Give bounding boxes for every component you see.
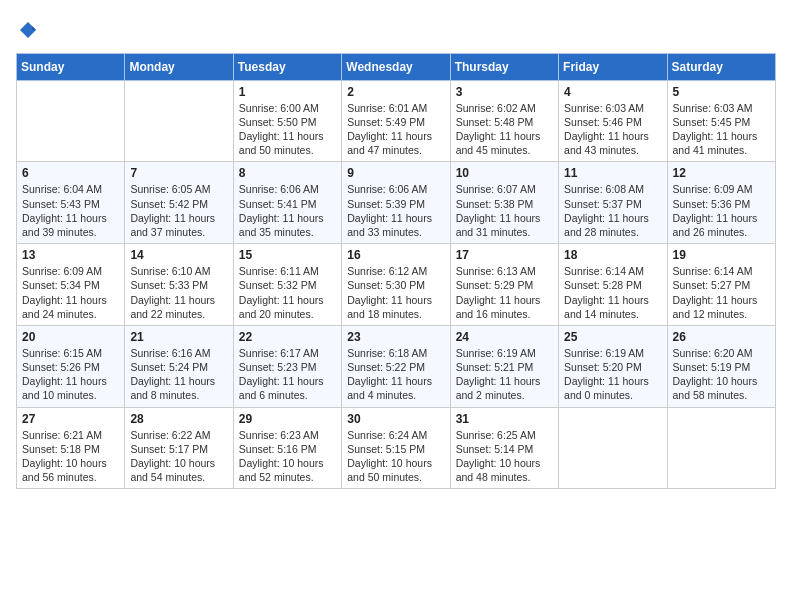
- day-number: 2: [347, 85, 444, 99]
- day-number: 15: [239, 248, 336, 262]
- day-number: 30: [347, 412, 444, 426]
- calendar-cell: 7Sunrise: 6:05 AM Sunset: 5:42 PM Daylig…: [125, 162, 233, 244]
- header-thursday: Thursday: [450, 53, 558, 80]
- day-info: Sunrise: 6:02 AM Sunset: 5:48 PM Dayligh…: [456, 101, 553, 158]
- calendar-week-3: 13Sunrise: 6:09 AM Sunset: 5:34 PM Dayli…: [17, 244, 776, 326]
- day-info: Sunrise: 6:19 AM Sunset: 5:21 PM Dayligh…: [456, 346, 553, 403]
- calendar-week-4: 20Sunrise: 6:15 AM Sunset: 5:26 PM Dayli…: [17, 325, 776, 407]
- calendar-cell: 11Sunrise: 6:08 AM Sunset: 5:37 PM Dayli…: [559, 162, 667, 244]
- calendar-cell: 28Sunrise: 6:22 AM Sunset: 5:17 PM Dayli…: [125, 407, 233, 489]
- day-number: 21: [130, 330, 227, 344]
- calendar-cell: 4Sunrise: 6:03 AM Sunset: 5:46 PM Daylig…: [559, 80, 667, 162]
- day-info: Sunrise: 6:10 AM Sunset: 5:33 PM Dayligh…: [130, 264, 227, 321]
- calendar-cell: 1Sunrise: 6:00 AM Sunset: 5:50 PM Daylig…: [233, 80, 341, 162]
- day-info: Sunrise: 6:11 AM Sunset: 5:32 PM Dayligh…: [239, 264, 336, 321]
- calendar-cell: [17, 80, 125, 162]
- day-info: Sunrise: 6:09 AM Sunset: 5:34 PM Dayligh…: [22, 264, 119, 321]
- day-number: 4: [564, 85, 661, 99]
- day-info: Sunrise: 6:03 AM Sunset: 5:46 PM Dayligh…: [564, 101, 661, 158]
- day-info: Sunrise: 6:18 AM Sunset: 5:22 PM Dayligh…: [347, 346, 444, 403]
- calendar-cell: 30Sunrise: 6:24 AM Sunset: 5:15 PM Dayli…: [342, 407, 450, 489]
- day-info: Sunrise: 6:03 AM Sunset: 5:45 PM Dayligh…: [673, 101, 770, 158]
- day-info: Sunrise: 6:16 AM Sunset: 5:24 PM Dayligh…: [130, 346, 227, 403]
- calendar-cell: 16Sunrise: 6:12 AM Sunset: 5:30 PM Dayli…: [342, 244, 450, 326]
- calendar-cell: 13Sunrise: 6:09 AM Sunset: 5:34 PM Dayli…: [17, 244, 125, 326]
- day-info: Sunrise: 6:25 AM Sunset: 5:14 PM Dayligh…: [456, 428, 553, 485]
- calendar-cell: [667, 407, 775, 489]
- day-number: 28: [130, 412, 227, 426]
- day-info: Sunrise: 6:24 AM Sunset: 5:15 PM Dayligh…: [347, 428, 444, 485]
- day-number: 13: [22, 248, 119, 262]
- header-monday: Monday: [125, 53, 233, 80]
- day-number: 17: [456, 248, 553, 262]
- logo: [16, 20, 38, 45]
- day-number: 5: [673, 85, 770, 99]
- header-saturday: Saturday: [667, 53, 775, 80]
- day-number: 9: [347, 166, 444, 180]
- calendar-cell: 18Sunrise: 6:14 AM Sunset: 5:28 PM Dayli…: [559, 244, 667, 326]
- page-header: [16, 16, 776, 45]
- calendar-cell: 24Sunrise: 6:19 AM Sunset: 5:21 PM Dayli…: [450, 325, 558, 407]
- day-number: 27: [22, 412, 119, 426]
- day-number: 7: [130, 166, 227, 180]
- calendar-cell: 3Sunrise: 6:02 AM Sunset: 5:48 PM Daylig…: [450, 80, 558, 162]
- calendar-cell: 14Sunrise: 6:10 AM Sunset: 5:33 PM Dayli…: [125, 244, 233, 326]
- day-info: Sunrise: 6:00 AM Sunset: 5:50 PM Dayligh…: [239, 101, 336, 158]
- calendar-cell: 19Sunrise: 6:14 AM Sunset: 5:27 PM Dayli…: [667, 244, 775, 326]
- header-sunday: Sunday: [17, 53, 125, 80]
- day-number: 12: [673, 166, 770, 180]
- calendar-cell: 6Sunrise: 6:04 AM Sunset: 5:43 PM Daylig…: [17, 162, 125, 244]
- calendar-cell: [559, 407, 667, 489]
- day-info: Sunrise: 6:14 AM Sunset: 5:27 PM Dayligh…: [673, 264, 770, 321]
- calendar-cell: 22Sunrise: 6:17 AM Sunset: 5:23 PM Dayli…: [233, 325, 341, 407]
- day-number: 19: [673, 248, 770, 262]
- day-number: 23: [347, 330, 444, 344]
- logo-icon: [18, 20, 38, 40]
- day-number: 11: [564, 166, 661, 180]
- day-info: Sunrise: 6:15 AM Sunset: 5:26 PM Dayligh…: [22, 346, 119, 403]
- day-number: 29: [239, 412, 336, 426]
- day-info: Sunrise: 6:19 AM Sunset: 5:20 PM Dayligh…: [564, 346, 661, 403]
- day-info: Sunrise: 6:20 AM Sunset: 5:19 PM Dayligh…: [673, 346, 770, 403]
- calendar-cell: 20Sunrise: 6:15 AM Sunset: 5:26 PM Dayli…: [17, 325, 125, 407]
- calendar-cell: 17Sunrise: 6:13 AM Sunset: 5:29 PM Dayli…: [450, 244, 558, 326]
- day-number: 18: [564, 248, 661, 262]
- header-tuesday: Tuesday: [233, 53, 341, 80]
- header-friday: Friday: [559, 53, 667, 80]
- day-info: Sunrise: 6:12 AM Sunset: 5:30 PM Dayligh…: [347, 264, 444, 321]
- day-number: 31: [456, 412, 553, 426]
- day-number: 3: [456, 85, 553, 99]
- day-number: 16: [347, 248, 444, 262]
- calendar-cell: 10Sunrise: 6:07 AM Sunset: 5:38 PM Dayli…: [450, 162, 558, 244]
- calendar-cell: 5Sunrise: 6:03 AM Sunset: 5:45 PM Daylig…: [667, 80, 775, 162]
- day-info: Sunrise: 6:06 AM Sunset: 5:39 PM Dayligh…: [347, 182, 444, 239]
- day-number: 24: [456, 330, 553, 344]
- day-number: 1: [239, 85, 336, 99]
- calendar-cell: 21Sunrise: 6:16 AM Sunset: 5:24 PM Dayli…: [125, 325, 233, 407]
- day-info: Sunrise: 6:23 AM Sunset: 5:16 PM Dayligh…: [239, 428, 336, 485]
- day-info: Sunrise: 6:04 AM Sunset: 5:43 PM Dayligh…: [22, 182, 119, 239]
- day-info: Sunrise: 6:17 AM Sunset: 5:23 PM Dayligh…: [239, 346, 336, 403]
- calendar-cell: 12Sunrise: 6:09 AM Sunset: 5:36 PM Dayli…: [667, 162, 775, 244]
- day-info: Sunrise: 6:13 AM Sunset: 5:29 PM Dayligh…: [456, 264, 553, 321]
- day-info: Sunrise: 6:01 AM Sunset: 5:49 PM Dayligh…: [347, 101, 444, 158]
- calendar-cell: 23Sunrise: 6:18 AM Sunset: 5:22 PM Dayli…: [342, 325, 450, 407]
- calendar-cell: 8Sunrise: 6:06 AM Sunset: 5:41 PM Daylig…: [233, 162, 341, 244]
- day-number: 6: [22, 166, 119, 180]
- calendar-cell: 9Sunrise: 6:06 AM Sunset: 5:39 PM Daylig…: [342, 162, 450, 244]
- header-wednesday: Wednesday: [342, 53, 450, 80]
- day-number: 22: [239, 330, 336, 344]
- day-number: 25: [564, 330, 661, 344]
- day-info: Sunrise: 6:22 AM Sunset: 5:17 PM Dayligh…: [130, 428, 227, 485]
- day-info: Sunrise: 6:06 AM Sunset: 5:41 PM Dayligh…: [239, 182, 336, 239]
- calendar-cell: 27Sunrise: 6:21 AM Sunset: 5:18 PM Dayli…: [17, 407, 125, 489]
- day-number: 26: [673, 330, 770, 344]
- calendar-week-2: 6Sunrise: 6:04 AM Sunset: 5:43 PM Daylig…: [17, 162, 776, 244]
- day-number: 14: [130, 248, 227, 262]
- day-number: 10: [456, 166, 553, 180]
- calendar-cell: 25Sunrise: 6:19 AM Sunset: 5:20 PM Dayli…: [559, 325, 667, 407]
- day-info: Sunrise: 6:21 AM Sunset: 5:18 PM Dayligh…: [22, 428, 119, 485]
- calendar-cell: 15Sunrise: 6:11 AM Sunset: 5:32 PM Dayli…: [233, 244, 341, 326]
- calendar-week-5: 27Sunrise: 6:21 AM Sunset: 5:18 PM Dayli…: [17, 407, 776, 489]
- day-info: Sunrise: 6:05 AM Sunset: 5:42 PM Dayligh…: [130, 182, 227, 239]
